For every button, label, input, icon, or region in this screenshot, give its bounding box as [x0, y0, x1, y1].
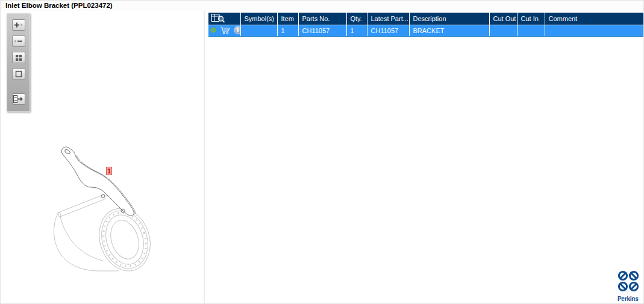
app-window: Inlet Elbow Bracket (PPL023472)	[0, 0, 644, 304]
table-header-row: Symbol(s) Item Parts No. Qty. Latest Par…	[208, 13, 644, 25]
column-header-parts-no: Parts No.	[298, 13, 346, 25]
table-row-selected[interactable]: 1 CH11057 1 CH11057 BRACKET	[208, 25, 644, 37]
perkins-logo: Perkins·	[615, 270, 642, 302]
reg-mark: ·	[639, 296, 639, 299]
cell-latest-part: CH11057	[367, 25, 409, 37]
diagram-panel: 1	[1, 11, 204, 303]
row-actions-cell	[208, 25, 240, 37]
cell-item: 1	[277, 25, 298, 37]
column-header-cut-in: Cut In	[517, 13, 545, 25]
table-search-icon	[211, 13, 225, 23]
column-header-description: Description	[409, 13, 489, 25]
item-callout-1[interactable]: 1	[106, 167, 112, 175]
parts-panel: Symbol(s) Item Parts No. Qty. Latest Par…	[205, 11, 643, 303]
gear-icon[interactable]	[210, 26, 217, 35]
column-header-latest-part: Latest Part...	[367, 13, 409, 25]
cell-parts-no: CH11057	[298, 25, 346, 37]
part-illustration	[48, 144, 153, 273]
column-header-comment: Comment	[545, 13, 644, 25]
column-header-cut-out: Cut Out	[489, 13, 517, 25]
perkins-wordmark: Perkins·	[615, 294, 642, 302]
cell-cut-in	[517, 25, 545, 37]
page-title: Inlet Elbow Bracket (PPL023472)	[1, 1, 643, 11]
perkins-rings-icon	[617, 270, 640, 292]
column-header-tools[interactable]	[208, 13, 240, 25]
column-header-qty: Qty.	[346, 13, 367, 25]
column-header-item: Item	[277, 13, 298, 25]
cell-description: BRACKET	[409, 25, 489, 37]
diagram-canvas[interactable]: 1	[1, 11, 204, 303]
column-header-symbols: Symbol(s)	[240, 13, 277, 25]
info-icon[interactable]	[234, 26, 240, 36]
parts-table: Symbol(s) Item Parts No. Qty. Latest Par…	[208, 13, 644, 37]
cell-comment	[545, 25, 644, 37]
cell-qty: 1	[346, 25, 367, 37]
cell-cut-out	[489, 25, 517, 37]
cell-symbols	[240, 25, 277, 37]
cart-icon[interactable]	[220, 26, 231, 36]
